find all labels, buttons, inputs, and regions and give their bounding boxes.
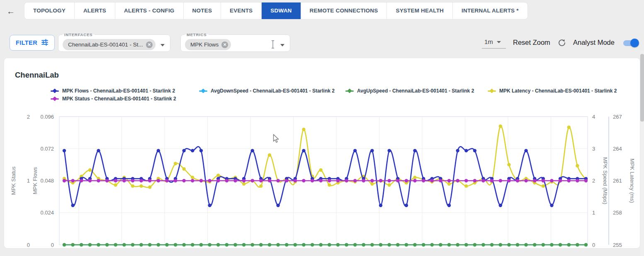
scrollbar-thumb[interactable] [640,54,644,122]
toggle-knob [630,39,639,47]
legend-item[interactable]: AvgUpSpeed - ChennaiLab-ES-001401 - Star… [345,88,474,94]
legend-marker-icon [51,89,59,93]
filter-button-label: FILTER [16,39,37,46]
analyst-mode-toggle[interactable] [623,40,638,46]
legend-label: MPK Latency - ChennaiLab-ES-001401 - Sta… [499,88,617,94]
tab-bar: TOPOLOGYALERTSALERTS - CONFIGNOTESEVENTS… [24,2,528,20]
tab-events[interactable]: EVENTS [221,2,262,19]
interfaces-chip[interactable]: ChennaiLab-ES-001401 - St... ✕ [63,39,156,50]
tab-remote-connections[interactable]: REMOTE CONNECTIONS [301,2,387,19]
interfaces-chip-text: ChennaiLab-ES-001401 - St... [68,41,143,48]
chevron-down-icon [497,41,501,43]
metrics-select[interactable]: METRICS MPK Flows ✕ [180,32,290,52]
legend-marker-icon [51,97,59,101]
legend-item[interactable]: AvgDownSpeed - ChennaiLab-ES-001401 - St… [199,88,335,94]
refresh-icon[interactable] [557,38,566,49]
chip-remove-icon[interactable]: ✕ [221,41,228,48]
legend-label: AvgUpSpeed - ChennaiLab-ES-001401 - Star… [357,88,474,94]
analyst-mode-label: Analyst Mode [573,39,615,46]
chart-title: ChennaiLab [15,71,59,80]
interval-select[interactable]: 1m [482,37,506,49]
legend-marker-icon [199,89,207,93]
tab-sdwan[interactable]: SDWAN [262,2,301,19]
legend-item[interactable]: MPK Latency - ChennaiLab-ES-001401 - Sta… [488,88,617,94]
tab-alerts[interactable]: ALERTS [75,2,115,19]
metrics-chip[interactable]: MPK Flows ✕ [185,39,231,50]
tune-icon [41,39,49,47]
filter-button[interactable]: FILTER [10,35,55,51]
legend-label: AvgDownSpeed - ChennaiLab-ES-001401 - St… [211,88,335,94]
tab-alerts-config[interactable]: ALERTS - CONFIG [115,2,184,19]
chevron-down-icon[interactable] [160,44,165,46]
tab-system-health[interactable]: SYSTEM HEALTH [387,2,453,19]
interfaces-label: INTERFACES [62,32,95,37]
reset-zoom-button[interactable]: Reset Zoom [513,39,550,46]
interval-value: 1m [484,38,493,45]
back-arrow-icon[interactable]: ← [5,5,17,17]
legend-marker-icon [345,89,354,93]
legend-label: MPK Flows - ChennaiLab-ES-001401 - Starl… [62,88,175,94]
chip-remove-icon[interactable]: ✕ [146,41,153,48]
legend-marker-icon [488,89,496,93]
text-cursor-icon [271,39,275,51]
chevron-down-icon[interactable] [280,44,284,46]
legend-label: MPK Status - ChennaiLab-ES-001401 - Star… [62,96,176,102]
interfaces-select[interactable]: INTERFACES ChennaiLab-ES-001401 - St... … [58,32,170,52]
legend-item[interactable]: MPK Status - ChennaiLab-ES-001401 - Star… [51,96,176,102]
tab-topology[interactable]: TOPOLOGY [24,2,75,19]
chart-card [4,58,640,248]
legend-item[interactable]: MPK Flows - ChennaiLab-ES-001401 - Starl… [51,88,175,94]
tab-internal-alerts[interactable]: INTERNAL ALERTS * [453,2,527,19]
tab-notes[interactable]: NOTES [184,2,221,19]
metrics-chip-text: MPK Flows [190,41,219,48]
metrics-label: METRICS [185,32,209,37]
